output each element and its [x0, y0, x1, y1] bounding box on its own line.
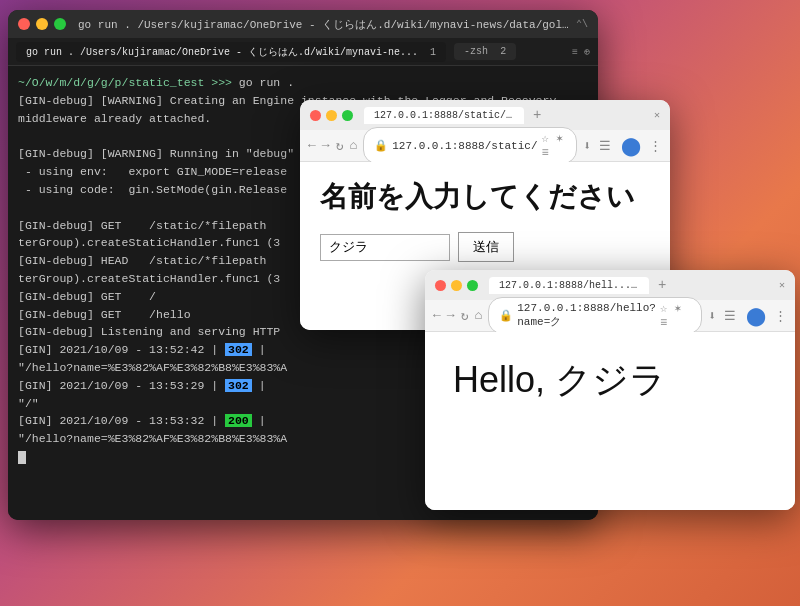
browser-hello-window-controls: ✕	[779, 279, 785, 291]
terminal-title: go run . /Users/kujiramac/OneDrive - くじら…	[78, 17, 570, 32]
browser-hello-minimize-icon[interactable]	[451, 280, 462, 291]
browser-form-window-controls: ✕	[654, 109, 660, 121]
terminal-titlebar: go run . /Users/kujiramac/OneDrive - くじら…	[8, 10, 598, 38]
forward-icon[interactable]: →	[322, 138, 330, 153]
hello-address-action-icons: ☆ ✶ ≡	[660, 301, 691, 330]
form-page-heading: 名前を入力してください	[320, 178, 650, 216]
browser-hello-nav-icons: ⬇ ☰	[708, 308, 736, 324]
terminal-shortcut: ⌃\	[576, 18, 588, 30]
lock-icon: 🔒	[374, 139, 388, 152]
hello-address-text: 127.0.0.1:8888/hello?name=ク	[517, 302, 656, 329]
browser-menu-icon[interactable]: ⋮	[649, 138, 662, 154]
hello-greeting: Hello, クジラ	[453, 356, 666, 405]
close-icon[interactable]	[18, 18, 30, 30]
terminal-tab-right-controls: ≡ ⊕	[572, 46, 590, 58]
hello-home-icon[interactable]: ⌂	[474, 308, 482, 323]
browser-hello-tab-url: 127.0.0.1:8888/hell...	[499, 280, 637, 291]
terminal-cursor	[18, 451, 26, 464]
hello-refresh-icon[interactable]: ↻	[461, 308, 469, 324]
browser-hello-window: 127.0.0.1:8888/hell... ✕ + ✕ ← → ↻ ⌂ 🔒 1…	[425, 270, 795, 510]
address-input[interactable]: 🔒 127.0.0.1:8888/static/ ☆ ✶ ≡	[363, 127, 577, 164]
name-input[interactable]	[320, 234, 450, 261]
back-icon[interactable]: ←	[308, 138, 316, 153]
terminal-line-prompt: ~/O/w/m/d/g/g/p/static_test >>> go run .	[18, 74, 588, 92]
browser-form-close-icon[interactable]	[310, 110, 321, 121]
form-row: 送信	[320, 232, 650, 262]
submit-button[interactable]: 送信	[458, 232, 514, 262]
browser-form-maximize-icon[interactable]	[342, 110, 353, 121]
browser-avatar-icon[interactable]: ⬤	[621, 135, 641, 157]
browser-hello-maximize-icon[interactable]	[467, 280, 478, 291]
terminal-tab-2[interactable]: -zsh 2	[454, 43, 516, 60]
browser-form-minimize-icon[interactable]	[326, 110, 337, 121]
browser-form-tab-close[interactable]: ✕	[516, 111, 521, 121]
terminal-tab-bar: go run . /Users/kujiramac/OneDrive - くじら…	[8, 38, 598, 66]
browser-hello-tab-close[interactable]: ✕	[641, 281, 646, 291]
browser-form-addressbar: ← → ↻ ⌂ 🔒 127.0.0.1:8888/static/ ☆ ✶ ≡ ⬇…	[300, 130, 670, 162]
hello-address-input[interactable]: 🔒 127.0.0.1:8888/hello?name=ク ☆ ✶ ≡	[488, 297, 702, 334]
refresh-icon[interactable]: ↻	[336, 138, 344, 154]
status-302-badge-2: 302	[225, 379, 252, 392]
minimize-icon[interactable]	[36, 18, 48, 30]
terminal-tab-1[interactable]: go run . /Users/kujiramac/OneDrive - くじら…	[16, 42, 446, 62]
browser-hello-new-tab[interactable]: +	[658, 277, 666, 293]
hello-browser-avatar-icon[interactable]: ⬤	[746, 305, 766, 327]
browser-form-new-tab[interactable]: +	[533, 107, 541, 123]
hello-browser-menu-icon[interactable]: ⋮	[774, 308, 787, 324]
browser-form-tab[interactable]: 127.0.0.1:8888/static/ ✕	[364, 107, 524, 124]
browser-hello-close-icon[interactable]	[435, 280, 446, 291]
hello-forward-icon[interactable]: →	[447, 308, 455, 323]
browser-form-nav-icons: ⬇ ☰	[583, 138, 611, 154]
browser-hello-addressbar: ← → ↻ ⌂ 🔒 127.0.0.1:8888/hello?name=ク ☆ …	[425, 300, 795, 332]
browser-hello-tab[interactable]: 127.0.0.1:8888/hell... ✕	[489, 277, 649, 294]
status-200-badge: 200	[225, 414, 252, 427]
browser-form-tab-url: 127.0.0.1:8888/static/	[374, 110, 512, 121]
hello-back-icon[interactable]: ←	[433, 308, 441, 323]
hello-lock-icon: 🔒	[499, 309, 513, 322]
maximize-icon[interactable]	[54, 18, 66, 30]
home-icon[interactable]: ⌂	[349, 138, 357, 153]
status-302-badge: 302	[225, 343, 252, 356]
browser-hello-titlebar: 127.0.0.1:8888/hell... ✕ + ✕	[425, 270, 795, 300]
address-action-icons: ☆ ✶ ≡	[542, 131, 567, 160]
hello-page-content: Hello, クジラ	[425, 332, 795, 510]
browser-form-titlebar: 127.0.0.1:8888/static/ ✕ + ✕	[300, 100, 670, 130]
address-text: 127.0.0.1:8888/static/	[392, 140, 537, 152]
